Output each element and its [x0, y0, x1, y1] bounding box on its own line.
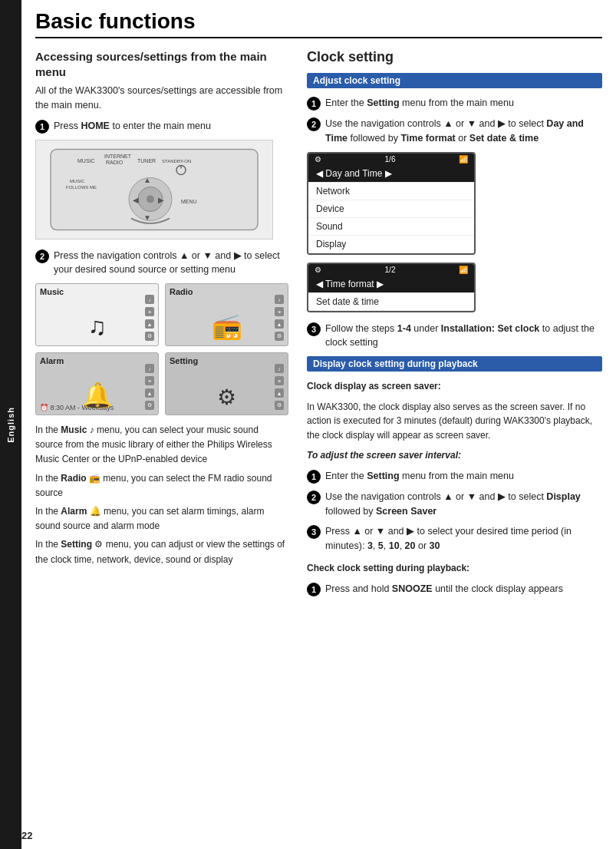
- setting-label: Setting: [170, 356, 198, 365]
- clock-step-1-num: 1: [307, 97, 321, 111]
- check-step-1-text: Press and hold SNOOZE until the clock di…: [325, 582, 563, 596]
- display-clock-banner: Display clock setting during playback: [307, 356, 602, 372]
- sidebar-language-label: English: [6, 407, 15, 443]
- music-icon-1: ♪: [145, 295, 154, 304]
- screen-1-gear-icon: ⚙: [315, 155, 321, 164]
- screen-2-item-timeformat: ◀ Time format ▶: [308, 276, 474, 293]
- main-content: Basic functions Accessing sources/settin…: [21, 0, 616, 618]
- desc-radio: In the Radio 📻 menu, you can select the …: [35, 471, 288, 500]
- radio-icon-2: ≡: [275, 307, 284, 316]
- clock-step-2-num: 2: [307, 117, 321, 131]
- screen-2-setdate-label: Set date & time: [316, 296, 379, 307]
- clock-step-3-num: 3: [307, 322, 321, 336]
- music-icon-2: ≡: [145, 307, 154, 316]
- saver-step-2-num: 2: [307, 491, 321, 504]
- desc-setting: In the Setting ⚙ menu, you can adjust or…: [35, 537, 288, 567]
- left-section-heading: Accessing sources/settings from the main…: [35, 49, 288, 79]
- saver-step-3-num: 3: [307, 525, 321, 539]
- setting-icon-4: ⚙: [275, 401, 284, 410]
- svg-text:▼: ▼: [143, 213, 151, 221]
- device-svg: MUSIC INTERNET RADIO TUNER STANDBY-ON MU…: [47, 144, 262, 236]
- menu-item-alarm: Alarm ♪ ≡ ▲ ⚙ 🔔 ⏰ 8:30 AM - Weekdays: [35, 352, 159, 415]
- clock-step-1-text: Enter the Setting menu from the main men…: [325, 96, 514, 111]
- intro-text: All of the WAK3300's sources/settings ar…: [35, 84, 288, 113]
- music-icon-4: ⚙: [145, 332, 154, 341]
- screen-1-page-num: 1/6: [385, 155, 396, 164]
- sidebar: English: [0, 0, 21, 849]
- desc-music: In the Music ♪ menu, you can select your…: [35, 423, 288, 467]
- desc-alarm: In the Alarm 🔔 menu, you can set alarm t…: [35, 504, 288, 534]
- menu-grid: Music ♪ ≡ ▲ ⚙ ♫ Radio ♪ ≡ ▲: [35, 283, 288, 415]
- clock-step-2-text: Use the navigation controls ▲ or ▼ and ▶…: [325, 117, 602, 146]
- radio-icon-1: ♪: [275, 295, 284, 304]
- alarm-side-icons: ♪ ≡ ▲ ⚙: [145, 364, 154, 410]
- page-number: 22: [21, 830, 32, 841]
- check-step-1: 1 Press and hold SNOOZE until the clock …: [307, 582, 602, 596]
- screen-mockup-1: ⚙ 1/6 📶 ◀ Day and Time ▶ Network Device …: [307, 152, 476, 255]
- screen-2-timeformat-label: ◀ Time format ▶: [316, 279, 384, 289]
- screen-1-item-daytime: ◀ Day and Time ▶: [308, 165, 474, 183]
- right-column: Clock setting Adjust clock setting 1 Ent…: [307, 49, 602, 603]
- setting-icon-2: ≡: [275, 376, 284, 385]
- clock-section-title: Clock setting: [307, 49, 602, 65]
- svg-text:INTERNET: INTERNET: [104, 153, 132, 158]
- alarm-icon-4: ⚙: [145, 401, 154, 410]
- screen-1-display-label: Display: [316, 239, 346, 249]
- content-columns: Accessing sources/settings from the main…: [35, 49, 602, 603]
- setting-main-icon: ⚙: [217, 385, 236, 410]
- svg-text:◀: ◀: [133, 195, 139, 203]
- check-step-1-num: 1: [307, 583, 321, 596]
- step-1: 1 Press HOME to enter the main menu: [35, 119, 288, 134]
- screen-2-top-bar: ⚙ 1/2 📶: [308, 264, 474, 276]
- screen-1-network-label: Network: [316, 186, 350, 197]
- screen-2-page-num: 1/2: [385, 266, 396, 274]
- music-label: Music: [40, 287, 64, 296]
- left-column: Accessing sources/settings from the main…: [35, 49, 288, 603]
- step-2-text: Press the navigation controls ▲ or ▼ and…: [54, 249, 288, 278]
- alarm-icon-3: ▲: [145, 388, 154, 398]
- music-side-icons: ♪ ≡ ▲ ⚙: [145, 295, 154, 341]
- alarm-label: Alarm: [40, 356, 64, 365]
- clock-step-3: 3 Follow the steps 1-4 under Installatio…: [307, 322, 602, 351]
- saver-step-2-text: Use the navigation controls ▲ or ▼ and ▶…: [325, 490, 602, 519]
- radio-icon-3: ▲: [275, 319, 284, 329]
- screen-1-sound-label: Sound: [316, 221, 343, 232]
- radio-side-icons: ♪ ≡ ▲ ⚙: [275, 295, 284, 341]
- saver-step-2: 2 Use the navigation controls ▲ or ▼ and…: [307, 490, 602, 519]
- step-2: 2 Press the navigation controls ▲ or ▼ a…: [35, 249, 288, 278]
- device-image: MUSIC INTERNET RADIO TUNER STANDBY-ON MU…: [35, 140, 273, 240]
- step-2-num: 2: [35, 249, 49, 263]
- screen-1-item-sound: Sound: [308, 218, 474, 236]
- saver-step-3: 3 Press ▲ or ▼ and ▶ to select your desi…: [307, 524, 602, 553]
- step-1-text: Press HOME to enter the main menu: [54, 119, 211, 134]
- menu-item-setting: Setting ♪ ≡ ▲ ⚙ ⚙: [165, 352, 288, 415]
- screen-2-item-setdate: Set date & time: [308, 293, 474, 311]
- svg-text:TUNER: TUNER: [137, 157, 156, 163]
- music-main-icon: ♫: [88, 312, 107, 341]
- adjust-clock-banner: Adjust clock setting: [307, 73, 602, 88]
- clock-step-2: 2 Use the navigation controls ▲ or ▼ and…: [307, 117, 602, 146]
- screen-1-daytime-label: ◀ Day and Time ▶: [316, 168, 392, 179]
- screen-saver-italic: To adjust the screen saver interval:: [307, 448, 602, 463]
- radio-main-icon: 📻: [212, 312, 242, 341]
- svg-text:STANDBY-ON: STANDBY-ON: [162, 158, 191, 163]
- radio-label: Radio: [170, 287, 193, 296]
- setting-side-icons: ♪ ≡ ▲ ⚙: [275, 364, 284, 410]
- saver-step-1-num: 1: [307, 470, 321, 484]
- clock-step-1: 1 Enter the Setting menu from the main m…: [307, 96, 602, 111]
- alarm-icon-1: ♪: [145, 364, 154, 373]
- saver-step-3-text: Press ▲ or ▼ and ▶ to select your desire…: [325, 524, 602, 553]
- svg-text:▲: ▲: [143, 175, 151, 183]
- menu-item-music: Music ♪ ≡ ▲ ⚙ ♫: [35, 283, 159, 346]
- menu-item-radio: Radio ♪ ≡ ▲ ⚙ 📻: [165, 283, 288, 346]
- screen-1-item-display: Display: [308, 236, 474, 253]
- saver-step-1: 1 Enter the Setting menu from the main m…: [307, 469, 602, 484]
- screen-1-device-label: Device: [316, 203, 344, 214]
- check-clock-heading: Check clock setting during playback:: [307, 561, 602, 576]
- setting-icon-1: ♪: [275, 364, 284, 373]
- clock-display-text: In WAK3300, the clock display also serve…: [307, 400, 602, 443]
- screen-1-signal-icon: 📶: [459, 155, 468, 164]
- radio-icon-4: ⚙: [275, 332, 284, 341]
- svg-text:MENU: MENU: [181, 198, 197, 203]
- setting-icon-3: ▲: [275, 388, 284, 398]
